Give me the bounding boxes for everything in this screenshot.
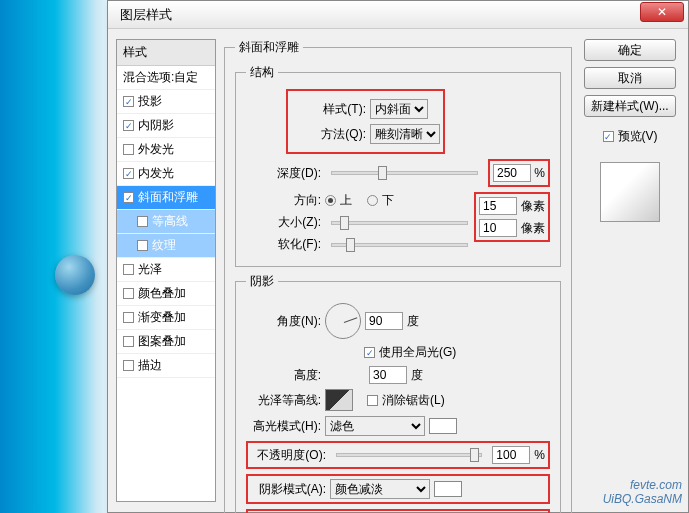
style-inner-shadow[interactable]: 内阴影 bbox=[117, 114, 215, 138]
technique-label: 方法(Q): bbox=[291, 126, 366, 143]
technique-select[interactable]: 雕刻清晰 bbox=[370, 124, 440, 144]
highlight-depth: % bbox=[488, 159, 550, 187]
structure-legend: 结构 bbox=[246, 64, 278, 81]
checkbox-icon[interactable] bbox=[123, 360, 134, 371]
altitude-label: 高度: bbox=[246, 367, 321, 384]
gloss-contour-picker[interactable] bbox=[325, 389, 353, 411]
checkbox-icon[interactable] bbox=[123, 336, 134, 347]
depth-slider[interactable] bbox=[331, 171, 478, 175]
style-inner-glow[interactable]: 内发光 bbox=[117, 162, 215, 186]
soften-input[interactable] bbox=[479, 219, 517, 237]
global-light-label: 使用全局光(G) bbox=[379, 344, 456, 361]
highlight-style-technique: 样式(T): 内斜面 方法(Q): 雕刻清晰 bbox=[286, 89, 445, 154]
checkbox-icon[interactable] bbox=[137, 216, 148, 227]
shadow-mode-row: 阴影模式(A): 颜色减淡 bbox=[246, 474, 550, 504]
checkbox-icon[interactable] bbox=[137, 240, 148, 251]
size-label: 大小(Z): bbox=[246, 214, 321, 231]
structure-group: 结构 样式(T): 内斜面 方法(Q): 雕刻清晰 深度(D): bbox=[235, 64, 561, 267]
style-color-overlay[interactable]: 颜色叠加 bbox=[117, 282, 215, 306]
style-gradient-overlay[interactable]: 渐变叠加 bbox=[117, 306, 215, 330]
style-stroke[interactable]: 描边 bbox=[117, 354, 215, 378]
preview-checkbox[interactable] bbox=[603, 131, 614, 142]
checkbox-icon[interactable] bbox=[123, 120, 134, 131]
size-input[interactable] bbox=[479, 197, 517, 215]
new-style-button[interactable]: 新建样式(W)... bbox=[584, 95, 676, 117]
checkbox-icon[interactable] bbox=[123, 144, 134, 155]
highlight-opacity-slider[interactable] bbox=[336, 453, 482, 457]
style-drop-shadow[interactable]: 投影 bbox=[117, 90, 215, 114]
shadow-color-swatch[interactable] bbox=[434, 481, 462, 497]
close-button[interactable]: ✕ bbox=[640, 2, 684, 22]
shading-legend: 阴影 bbox=[246, 273, 278, 290]
highlight-opacity-row: 不透明度(O): % bbox=[246, 441, 550, 469]
checkbox-icon[interactable] bbox=[123, 264, 134, 275]
angle-dial[interactable] bbox=[325, 303, 361, 339]
direction-down-radio[interactable] bbox=[367, 195, 378, 206]
style-list: 样式 混合选项:自定 投影 内阴影 外发光 内发光 斜面和浮雕 等高线 纹理 光… bbox=[116, 39, 216, 502]
preview-label: 预览(V) bbox=[618, 128, 658, 145]
altitude-input[interactable] bbox=[369, 366, 407, 384]
checkbox-icon[interactable] bbox=[123, 96, 134, 107]
depth-input[interactable] bbox=[493, 164, 531, 182]
style-bevel-emboss[interactable]: 斜面和浮雕 bbox=[117, 186, 215, 210]
highlight-size-soften: 像素 像素 bbox=[474, 192, 550, 242]
highlight-opacity-label: 不透明度(O): bbox=[251, 447, 326, 464]
checkbox-icon[interactable] bbox=[123, 312, 134, 323]
checkbox-icon[interactable] bbox=[123, 168, 134, 179]
highlight-mode-label: 高光模式(H): bbox=[246, 418, 321, 435]
right-column: 确定 取消 新建样式(W)... 预览(V) bbox=[580, 39, 680, 502]
style-list-header: 样式 bbox=[117, 40, 215, 66]
gloss-contour-label: 光泽等高线: bbox=[246, 392, 321, 409]
style-select[interactable]: 内斜面 bbox=[370, 99, 428, 119]
preview-swatch bbox=[600, 162, 660, 222]
decorative-sphere bbox=[55, 255, 95, 295]
style-pattern-overlay[interactable]: 图案叠加 bbox=[117, 330, 215, 354]
style-outer-glow[interactable]: 外发光 bbox=[117, 138, 215, 162]
style-label: 样式(T): bbox=[291, 101, 366, 118]
main-panel: 斜面和浮雕 结构 样式(T): 内斜面 方法(Q): 雕刻清晰 bbox=[224, 39, 572, 502]
style-texture[interactable]: 纹理 bbox=[117, 234, 215, 258]
titlebar[interactable]: 图层样式 ✕ bbox=[108, 1, 688, 29]
size-slider[interactable] bbox=[331, 221, 468, 225]
direction-up-radio[interactable] bbox=[325, 195, 336, 206]
dialog-title: 图层样式 bbox=[112, 6, 640, 24]
antialias-label: 消除锯齿(L) bbox=[382, 392, 445, 409]
cancel-button[interactable]: 取消 bbox=[584, 67, 676, 89]
highlight-color-swatch[interactable] bbox=[429, 418, 457, 434]
blending-options[interactable]: 混合选项:自定 bbox=[117, 66, 215, 90]
shading-group: 阴影 角度(N): 度 使用全局光(G) 高度: bbox=[235, 273, 561, 513]
direction-label: 方向: bbox=[246, 192, 321, 209]
checkbox-icon[interactable] bbox=[123, 192, 134, 203]
checkbox-icon[interactable] bbox=[123, 288, 134, 299]
layer-style-dialog: 图层样式 ✕ 样式 混合选项:自定 投影 内阴影 外发光 内发光 斜面和浮雕 等… bbox=[107, 0, 689, 513]
angle-input[interactable] bbox=[365, 312, 403, 330]
depth-label: 深度(D): bbox=[246, 165, 321, 182]
shadow-mode-select[interactable]: 颜色减淡 bbox=[330, 479, 430, 499]
bevel-legend: 斜面和浮雕 bbox=[235, 39, 303, 56]
shadow-opacity-row: 不透明度(C): % bbox=[246, 509, 550, 513]
soften-label: 软化(F): bbox=[246, 236, 321, 253]
style-satin[interactable]: 光泽 bbox=[117, 258, 215, 282]
global-light-checkbox[interactable] bbox=[364, 347, 375, 358]
soften-slider[interactable] bbox=[331, 243, 468, 247]
highlight-mode-select[interactable]: 滤色 bbox=[325, 416, 425, 436]
antialias-checkbox[interactable] bbox=[367, 395, 378, 406]
ok-button[interactable]: 确定 bbox=[584, 39, 676, 61]
highlight-opacity-input[interactable] bbox=[492, 446, 530, 464]
style-contour[interactable]: 等高线 bbox=[117, 210, 215, 234]
angle-label: 角度(N): bbox=[246, 313, 321, 330]
shadow-mode-label: 阴影模式(A): bbox=[251, 481, 326, 498]
bevel-group: 斜面和浮雕 结构 样式(T): 内斜面 方法(Q): 雕刻清晰 bbox=[224, 39, 572, 513]
